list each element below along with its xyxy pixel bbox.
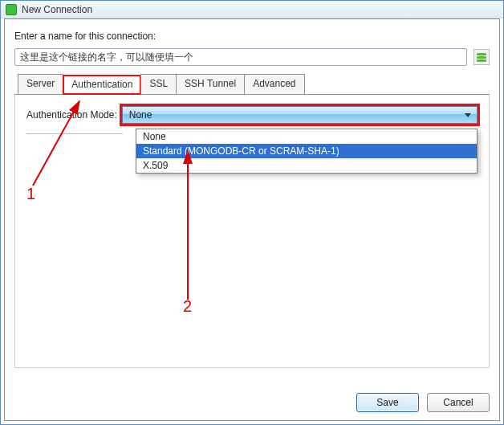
svg-rect-0: [477, 53, 486, 55]
connection-name-prompt: Enter a name for this connection:: [14, 31, 490, 42]
tab-server[interactable]: Server: [18, 74, 63, 94]
tab-advanced[interactable]: Advanced: [244, 74, 304, 94]
auth-option-none[interactable]: None: [136, 129, 477, 144]
chevron-down-icon: [465, 113, 471, 117]
connection-name-input[interactable]: [14, 48, 467, 66]
auth-mode-value: None: [129, 109, 152, 121]
titlebar: New Connection: [1, 1, 503, 18]
annotation-label-1: 1: [26, 185, 35, 203]
tab-authentication[interactable]: Authentication: [63, 75, 141, 95]
tabpage-authentication: Authentication Mode: None None Standard …: [14, 95, 490, 368]
cancel-button[interactable]: Cancel: [427, 393, 490, 412]
window-title: New Connection: [22, 4, 92, 15]
svg-rect-1: [477, 56, 486, 59]
auth-mode-row: Authentication Mode: None: [26, 106, 478, 124]
dialog-window: New Connection Enter a name for this con…: [0, 0, 504, 425]
tab-ssh-tunnel[interactable]: SSH Tunnel: [176, 74, 245, 94]
connection-name-row: [14, 48, 490, 66]
tabstrip: Server Authentication SSL SSH Tunnel Adv…: [14, 74, 490, 95]
auth-mode-dropdown: None Standard (MONGODB-CR or SCRAM-SHA-1…: [136, 129, 478, 174]
auth-option-standard[interactable]: Standard (MONGODB-CR or SCRAM-SHA-1): [136, 144, 477, 158]
db-icon: [476, 51, 487, 63]
annotation-label-2: 2: [183, 297, 192, 316]
button-bar: Save Cancel: [356, 393, 490, 412]
auth-mode-label: Authentication Mode:: [26, 109, 117, 121]
svg-rect-2: [477, 59, 486, 62]
save-button[interactable]: Save: [356, 393, 419, 412]
test-connection-button[interactable]: [474, 49, 490, 65]
app-icon: [6, 4, 17, 15]
auth-mode-combobox[interactable]: None: [122, 106, 478, 124]
separator: [26, 133, 123, 134]
client-area: Enter a name for this connection: Server…: [4, 18, 500, 421]
tab-ssl[interactable]: SSL: [140, 74, 177, 94]
auth-option-x509[interactable]: X.509: [136, 158, 477, 173]
